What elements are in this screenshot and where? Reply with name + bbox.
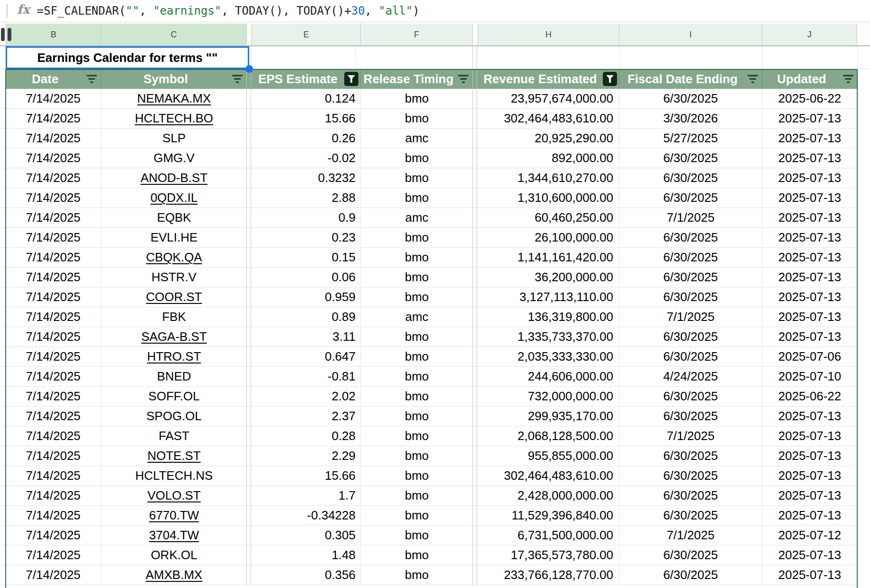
cell-updated[interactable]: 2025-06-22 (762, 89, 857, 109)
cell-symbol[interactable]: EVLI.HE (101, 228, 247, 248)
cell-date[interactable]: 7/14/2025 (6, 486, 101, 506)
cell-symbol[interactable]: HTRO.ST (101, 347, 247, 367)
cell-revenue-estimated[interactable]: 6,731,500,000.00 (478, 526, 619, 545)
cell-empty[interactable] (857, 168, 870, 188)
cell-date[interactable]: 7/14/2025 (6, 268, 101, 287)
filter-lines-icon[interactable] (748, 75, 758, 83)
cell-updated[interactable]: 2025-07-13 (762, 327, 857, 347)
cell-symbol[interactable]: HCLTECH.NS (101, 466, 247, 486)
cell-revenue-estimated[interactable]: 299,935,170.00 (478, 406, 619, 426)
cell-fiscal-date-ending[interactable]: 6/30/2025 (619, 446, 762, 466)
cell-fiscal-date-ending[interactable]: 6/30/2025 (619, 327, 762, 347)
cell-release-timing[interactable]: bmo (361, 387, 473, 406)
cell-updated[interactable]: 2025-07-13 (762, 228, 857, 248)
column-header-K[interactable] (857, 24, 870, 45)
cell-revenue-estimated[interactable]: 302,464,483,610.00 (478, 466, 619, 486)
cell-fiscal-date-ending[interactable]: 6/30/2025 (619, 168, 762, 188)
cell-empty[interactable] (857, 367, 870, 387)
cell-fiscal-date-ending[interactable]: 6/30/2025 (619, 565, 762, 585)
symbol-link[interactable]: ORK.OL (151, 548, 197, 562)
cell-updated[interactable]: 2025-07-13 (762, 188, 857, 208)
cell-fiscal-date-ending[interactable]: 7/1/2025 (619, 426, 762, 446)
cell-empty[interactable] (857, 446, 870, 466)
symbol-link[interactable]: BNED (157, 369, 191, 384)
cell-date[interactable]: 7/14/2025 (6, 208, 101, 228)
cell-eps-estimate[interactable]: 0.9 (252, 208, 361, 228)
symbol-link[interactable]: NOTE.ST (148, 449, 201, 463)
cell-release-timing[interactable]: bmo (361, 248, 473, 268)
header-updated[interactable]: Updated (762, 69, 857, 89)
cell-date[interactable]: 7/14/2025 (6, 426, 101, 446)
cell-eps-estimate[interactable]: -0.02 (252, 148, 361, 168)
cell-release-timing[interactable]: bmo (361, 228, 473, 248)
cell-eps-estimate[interactable]: 2.37 (252, 406, 361, 426)
cell-revenue-estimated[interactable]: 2,428,000,000.00 (478, 486, 619, 506)
cell-empty[interactable] (857, 248, 870, 268)
cell-revenue-estimated[interactable]: 3,127,113,110.00 (478, 287, 619, 307)
cell-fiscal-date-ending[interactable]: 3/30/2026 (619, 109, 762, 129)
cell-revenue-estimated[interactable]: 36,200,000.00 (478, 268, 619, 287)
cell-empty[interactable] (857, 208, 870, 228)
column-header-B[interactable]: B (6, 24, 101, 45)
header-fiscal-date-ending[interactable]: Fiscal Date Ending (619, 69, 762, 89)
cell-eps-estimate[interactable]: 0.356 (252, 565, 361, 585)
symbol-link[interactable]: CBQK.QA (146, 250, 202, 265)
cell-revenue-estimated[interactable]: 1,310,600,000.00 (478, 188, 619, 208)
cell-empty[interactable] (857, 387, 870, 406)
cell-fiscal-date-ending[interactable]: 6/30/2025 (619, 287, 762, 307)
cell-fiscal-date-ending[interactable]: 6/30/2025 (619, 486, 762, 506)
cell-symbol[interactable]: HSTR.V (101, 268, 247, 287)
cell-date[interactable]: 7/14/2025 (6, 506, 101, 526)
column-header-H[interactable]: H (478, 24, 619, 45)
cell-revenue-estimated[interactable]: 17,365,573,780.00 (478, 545, 619, 565)
symbol-link[interactable]: VOLO.ST (148, 488, 201, 503)
cell-fiscal-date-ending[interactable]: 6/30/2025 (619, 148, 762, 168)
cell-date[interactable]: 7/14/2025 (6, 526, 101, 545)
cell-empty[interactable] (857, 327, 870, 347)
cell-date[interactable]: 7/14/2025 (6, 168, 101, 188)
symbol-link[interactable]: FBK (162, 310, 186, 324)
cell-empty[interactable] (857, 545, 870, 565)
cell-fiscal-date-ending[interactable]: 6/30/2025 (619, 228, 762, 248)
formula-input[interactable]: =SF_CALENDAR("", "earnings", TODAY(), TO… (37, 0, 419, 22)
cell-revenue-estimated[interactable]: 136,319,800.00 (478, 307, 619, 327)
cell-eps-estimate[interactable]: 2.88 (252, 188, 361, 208)
cell-symbol[interactable]: NOTE.ST (101, 446, 247, 466)
cell-symbol[interactable]: NEMAKA.MX (101, 89, 247, 109)
symbol-link[interactable]: GMG.V (154, 151, 195, 165)
cell-symbol[interactable]: COOR.ST (101, 287, 247, 307)
column-header-E[interactable]: E (252, 24, 361, 45)
cell-fiscal-date-ending[interactable]: 6/30/2025 (619, 248, 762, 268)
hidden-column-g-marker[interactable] (472, 46, 477, 585)
cell-date[interactable]: 7/14/2025 (6, 565, 101, 585)
cell-date[interactable]: 7/14/2025 (6, 148, 101, 168)
header-date[interactable]: Date (6, 69, 101, 89)
cell-updated[interactable]: 2025-07-12 (762, 526, 857, 545)
symbol-link[interactable]: NEMAKA.MX (137, 91, 211, 106)
cell-release-timing[interactable]: bmo (361, 148, 473, 168)
cell-fiscal-date-ending[interactable]: 6/30/2025 (619, 545, 762, 565)
cell-release-timing[interactable]: bmo (361, 287, 473, 307)
cell-release-timing[interactable]: bmo (361, 367, 473, 387)
cell-fiscal-date-ending[interactable]: 6/30/2025 (619, 387, 762, 406)
cell-empty[interactable] (857, 287, 870, 307)
cell-fiscal-date-ending[interactable]: 7/1/2025 (619, 526, 762, 545)
cell-revenue-estimated[interactable]: 233,766,128,770.00 (478, 565, 619, 585)
hidden-column-indicator-icon[interactable] (8, 28, 11, 41)
cell-eps-estimate[interactable]: -0.81 (252, 367, 361, 387)
cell-release-timing[interactable]: bmo (361, 268, 473, 287)
cell-eps-estimate[interactable]: 0.23 (252, 228, 361, 248)
cell-fiscal-date-ending[interactable]: 7/1/2025 (619, 208, 762, 228)
cell-date[interactable]: 7/14/2025 (6, 307, 101, 327)
cell-updated[interactable]: 2025-07-13 (762, 307, 857, 327)
column-header-F[interactable]: F (361, 24, 473, 45)
cell-eps-estimate[interactable]: 0.15 (252, 248, 361, 268)
cell-updated[interactable]: 2025-07-13 (762, 426, 857, 446)
cell-release-timing[interactable]: bmo (361, 446, 473, 466)
cell-updated[interactable]: 2025-07-13 (762, 109, 857, 129)
filter-lines-icon[interactable] (843, 75, 853, 83)
cell-symbol[interactable]: VOLO.ST (101, 486, 247, 506)
cell-empty[interactable] (857, 89, 870, 109)
cell-date[interactable]: 7/14/2025 (6, 109, 101, 129)
symbol-link[interactable]: 3704.TW (149, 528, 199, 543)
